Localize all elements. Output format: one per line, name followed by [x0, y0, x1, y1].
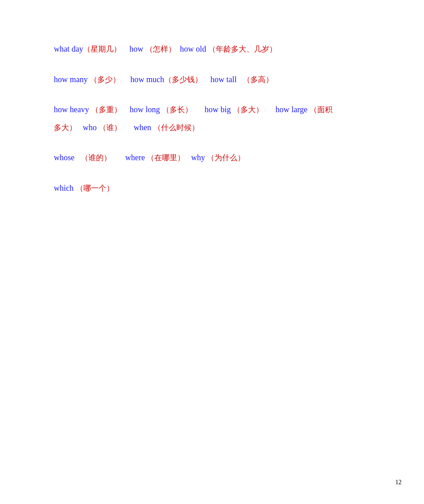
- how-long-en: how long: [130, 105, 160, 114]
- line-4: whose （谁的） where （在哪里） why （为什么）: [54, 149, 370, 167]
- page-number: 12: [395, 479, 402, 486]
- where-zh: （在哪里）: [147, 153, 185, 162]
- how-long-zh: （多长）: [162, 105, 192, 114]
- how-large-zh: （面积: [310, 105, 332, 114]
- page-content: what day（星期几） how （怎样） how old （年龄多大、几岁）…: [0, 0, 424, 246]
- how-old-en: how old: [180, 44, 206, 53]
- line-3: how heavy （多重） how long （多长） how big （多大…: [54, 101, 370, 119]
- who-zh: （谁）: [99, 123, 122, 132]
- what-day-en: what day: [54, 44, 83, 53]
- how-large-en: how large: [275, 105, 307, 114]
- line-5-block: which （哪一个）: [54, 180, 370, 197]
- how-heavy-zh: （多重）: [91, 105, 122, 114]
- line-2: how many （多少） how much（多少钱） how tall （多高…: [54, 71, 370, 89]
- line-5: which （哪一个）: [54, 180, 370, 197]
- how-much-en: how much: [131, 75, 165, 84]
- line-1-block: what day（星期几） how （怎样） how old （年龄多大、几岁）: [54, 40, 370, 58]
- how-many-zh: （多少）: [90, 75, 120, 84]
- how-en: how: [129, 44, 143, 53]
- how-large-zh-cont: 多大）: [54, 123, 77, 132]
- how-zh: （怎样）: [145, 45, 176, 53]
- how-tall-en: how tall: [210, 75, 237, 84]
- why-en: why: [191, 153, 205, 162]
- why-zh: （为什么）: [207, 153, 245, 162]
- what-day-zh: （星期几）: [83, 45, 121, 53]
- how-big-zh: （多大）: [233, 105, 263, 114]
- how-many-en: how many: [54, 75, 88, 84]
- how-big-en: how big: [205, 105, 231, 114]
- line-4-block: whose （谁的） where （在哪里） why （为什么）: [54, 149, 370, 167]
- where-en: where: [125, 153, 145, 162]
- line-2-block: how many （多少） how much（多少钱） how tall （多高…: [54, 71, 370, 89]
- line-1: what day（星期几） how （怎样） how old （年龄多大、几岁）: [54, 40, 370, 58]
- which-zh: （哪一个）: [76, 184, 114, 193]
- whose-en: whose: [54, 153, 74, 162]
- when-en: when: [134, 123, 151, 132]
- when-zh: （什么时候）: [153, 123, 199, 132]
- how-old-zh: （年龄多大、几岁）: [208, 45, 277, 53]
- how-much-zh: （多少钱）: [164, 75, 202, 84]
- who-en: who: [83, 123, 97, 132]
- whose-zh: （谁的）: [81, 153, 111, 162]
- line-3-continued: 多大） who （谁） when （什么时候）: [54, 119, 370, 137]
- how-heavy-en: how heavy: [54, 105, 89, 114]
- how-tall-zh: （多高）: [243, 75, 273, 84]
- line-3-block: how heavy （多重） how long （多长） how big （多大…: [54, 101, 370, 136]
- which-en: which: [54, 184, 74, 193]
